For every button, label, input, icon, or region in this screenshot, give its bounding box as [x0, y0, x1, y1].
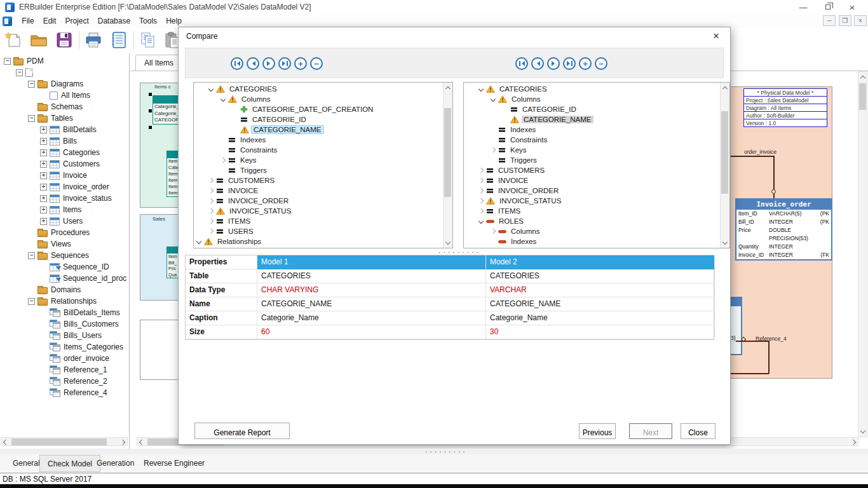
sidebar-horizontal-scrollbar[interactable] — [1, 437, 128, 446]
sidebar-item-users[interactable]: +Users — [0, 215, 129, 227]
collapse-box-icon[interactable]: − — [16, 69, 23, 76]
compare-tree-item[interactable]: INVOICE_STATUS — [464, 196, 729, 206]
splitter-handle[interactable]: ......... — [438, 248, 480, 254]
sidebar-item-reference_2[interactable]: Reference_2 — [0, 376, 129, 387]
print-icon[interactable] — [84, 30, 103, 50]
compare-tree-item[interactable]: Columns — [194, 94, 452, 104]
sidebar-item-categories[interactable]: +Categories — [0, 147, 129, 158]
restore-button[interactable] — [818, 0, 839, 15]
minimize-button[interactable]: — — [792, 0, 814, 15]
dialog-close-button[interactable]: × — [709, 29, 724, 44]
bottom-tab-reverse-engineer[interactable]: Reverse Engineer — [136, 455, 212, 472]
mdi-restore-button[interactable]: ❐ — [839, 15, 851, 26]
relationship-line[interactable] — [768, 341, 770, 374]
scroll-right-icon[interactable] — [120, 440, 125, 445]
sidebar-item-items_categories[interactable]: Items_Categories — [0, 341, 129, 353]
scrollbar-thumb[interactable] — [859, 83, 866, 110]
expand-box-icon[interactable]: + — [40, 218, 47, 225]
relationship-line[interactable] — [736, 341, 769, 342]
next-button[interactable]: Next — [629, 423, 672, 439]
compare-tree-item[interactable]: Indexes — [464, 236, 729, 247]
chevron-right-icon[interactable] — [478, 208, 485, 215]
compare-tree-item[interactable]: CATEGORIE_ID — [464, 104, 729, 114]
compare-tree-item[interactable]: ROLES — [464, 216, 729, 226]
sidebar-item-all items[interactable]: All Items — [0, 90, 129, 101]
grid-row-table[interactable]: Table CATEGORIES CATEGORIES — [186, 269, 714, 283]
chevron-right-icon[interactable] — [208, 208, 215, 215]
generate-report-button[interactable]: Generate Report — [194, 423, 290, 439]
next-difference-button[interactable] — [262, 57, 275, 70]
expand-box-icon[interactable]: + — [40, 207, 47, 214]
close-button[interactable]: × — [841, 0, 863, 15]
compare-tree-item[interactable]: Indexes — [464, 125, 729, 135]
compare-tree-item[interactable]: Triggers — [464, 155, 729, 165]
next-difference-button[interactable] — [547, 57, 560, 70]
selection-handle[interactable] — [149, 109, 152, 112]
sidebar-item-billdetails[interactable]: +BillDetails — [0, 124, 129, 135]
sidebar-item-reference_1[interactable]: Reference_1 — [0, 364, 129, 376]
last-difference-button[interactable] — [563, 57, 576, 70]
menu-tools[interactable]: Tools — [135, 15, 161, 27]
sidebar-item-items[interactable]: +Items — [0, 204, 129, 215]
collapse-difference-button[interactable]: − — [595, 57, 607, 70]
compare-tree-item[interactable]: Indexes — [194, 135, 452, 145]
menu-edit[interactable]: Edit — [39, 15, 61, 27]
scroll-down-icon[interactable] — [445, 240, 451, 245]
sidebar-item-pdm[interactable]: −PDM — [0, 55, 129, 67]
collapse-box-icon[interactable]: − — [28, 298, 35, 305]
expand-box-icon[interactable]: + — [40, 172, 47, 179]
expand-box-icon[interactable]: + — [40, 138, 47, 145]
sidebar-item-relationships[interactable]: −Relationships — [0, 295, 129, 307]
new-file-icon[interactable] — [4, 30, 23, 50]
sidebar-item-sequences[interactable]: −Sequences — [0, 250, 129, 261]
previous-difference-button[interactable] — [247, 57, 259, 70]
chevron-right-icon[interactable] — [490, 228, 497, 235]
chevron-right-icon[interactable] — [208, 218, 215, 225]
menu-project[interactable]: Project — [60, 15, 93, 27]
diagram-tab-all-items[interactable]: All Items — [135, 55, 182, 71]
close-dialog-button[interactable]: Close — [681, 423, 715, 439]
expand-difference-button[interactable]: + — [294, 57, 307, 70]
collapse-box-icon[interactable]: − — [28, 252, 35, 259]
model-info-box[interactable]: * Physical Data Model * Project : Sales … — [743, 89, 827, 127]
sidebar-item-views[interactable]: Views — [0, 238, 129, 250]
sidebar-item-bills[interactable]: +Bills — [0, 135, 129, 147]
chevron-down-icon[interactable] — [490, 96, 497, 103]
compare-tree-item[interactable]: CATEGORIE_NAME — [194, 125, 452, 135]
relationship-line[interactable] — [724, 373, 769, 374]
menu-help[interactable]: Help — [161, 15, 186, 27]
compare-tree-item[interactable]: ITEMS — [464, 206, 729, 216]
scroll-up-icon[interactable] — [445, 85, 451, 90]
sidebar-item-sequence_id_proc[interactable]: Sequence_id_proc — [0, 273, 129, 284]
sidebar-item-bills_users[interactable]: Bills_Users — [0, 330, 129, 341]
compare-tree-item[interactable]: CATEGORIES — [464, 84, 729, 94]
chevron-down-icon[interactable] — [208, 86, 215, 93]
compare-tree-item[interactable]: Keys — [194, 155, 452, 165]
compare-tree-item[interactable]: CATEGORIE_DATE_OF_CREATION — [194, 104, 452, 114]
compare-tree-item[interactable]: Constraints — [464, 135, 729, 145]
compare-tree-item[interactable]: Columns — [464, 226, 729, 236]
splitter-handle[interactable]: ......... — [424, 447, 467, 454]
chevron-right-icon[interactable] — [208, 187, 215, 194]
collapse-box-icon[interactable]: − — [28, 115, 35, 122]
scrollbar-thumb[interactable] — [721, 111, 728, 194]
collapse-difference-button[interactable]: − — [310, 57, 323, 70]
scrollbar-thumb[interactable] — [11, 438, 107, 445]
canvas-vertical-scrollbar[interactable] — [858, 71, 867, 437]
chevron-right-icon[interactable] — [208, 177, 215, 184]
expand-difference-button[interactable]: + — [579, 57, 592, 70]
previous-difference-button[interactable] — [531, 57, 544, 70]
compare-tree-item[interactable]: CUSTOMERS — [464, 165, 729, 175]
compare-tree-item[interactable]: Constraints — [194, 145, 452, 155]
relationship-line[interactable] — [773, 156, 775, 189]
compare-tree-item[interactable]: CATEGORIES — [194, 84, 452, 94]
chevron-right-icon[interactable] — [208, 228, 215, 235]
open-folder-icon[interactable] — [29, 30, 48, 50]
mdi-close-button[interactable]: × — [854, 15, 867, 26]
sidebar-item-domains[interactable]: Domains — [0, 284, 129, 295]
save-icon[interactable] — [55, 30, 74, 50]
compare-tree-item[interactable]: Triggers — [194, 165, 452, 175]
last-difference-button[interactable] — [278, 57, 291, 70]
chevron-right-icon[interactable] — [208, 198, 215, 205]
sidebar-item-billdetails_items[interactable]: BillDetails_Items — [0, 307, 129, 318]
